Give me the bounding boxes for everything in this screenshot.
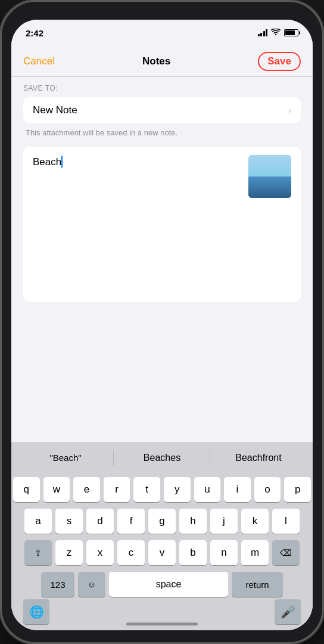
keyboard-row-2: a s d f g h j k l bbox=[13, 509, 311, 534]
key-z[interactable]: z bbox=[55, 540, 83, 565]
wifi-icon bbox=[271, 28, 281, 38]
keyboard: q w e r t y u i o p a s d f g bbox=[11, 472, 313, 599]
delete-key[interactable]: ⌫ bbox=[272, 540, 300, 565]
phone-frame: 2:42 bbox=[0, 0, 324, 644]
bottom-bar: 🌐 🎤 bbox=[11, 599, 313, 630]
key-t[interactable]: t bbox=[133, 477, 160, 502]
keyboard-row-1: q w e r t y u i o p bbox=[13, 477, 311, 502]
save-to-label: SAVE TO: bbox=[23, 84, 301, 92]
key-n[interactable]: n bbox=[210, 540, 238, 565]
save-button[interactable]: Save bbox=[258, 52, 301, 71]
key-h[interactable]: h bbox=[179, 509, 207, 534]
autocorrect-option-3[interactable]: Beachfront bbox=[210, 448, 307, 468]
note-area[interactable]: Beach bbox=[23, 147, 301, 302]
key-l[interactable]: l bbox=[272, 509, 300, 534]
key-q[interactable]: q bbox=[13, 477, 40, 502]
key-x[interactable]: x bbox=[86, 540, 114, 565]
save-to-row[interactable]: New Note › bbox=[23, 97, 301, 123]
keyboard-row-3: ⇧ z x c v b n m ⌫ bbox=[13, 540, 311, 565]
signal-icon bbox=[258, 29, 268, 36]
key-k[interactable]: k bbox=[241, 509, 269, 534]
key-c[interactable]: c bbox=[117, 540, 145, 565]
key-r[interactable]: r bbox=[104, 477, 130, 502]
numbers-key[interactable]: 123 bbox=[41, 572, 74, 597]
key-j[interactable]: j bbox=[210, 509, 238, 534]
battery-icon bbox=[284, 29, 298, 36]
save-to-section: SAVE TO: New Note › This attachment will… bbox=[11, 77, 313, 147]
key-y[interactable]: y bbox=[164, 477, 191, 502]
key-d[interactable]: d bbox=[86, 509, 114, 534]
chevron-right-icon: › bbox=[288, 105, 291, 116]
status-time: 2:42 bbox=[26, 28, 43, 38]
key-b[interactable]: b bbox=[179, 540, 207, 565]
key-f[interactable]: f bbox=[117, 509, 145, 534]
key-m[interactable]: m bbox=[241, 540, 269, 565]
keyboard-row-4: 123 ☺ space return bbox=[13, 572, 311, 597]
key-u[interactable]: u bbox=[194, 477, 221, 502]
note-text[interactable]: Beach bbox=[33, 155, 242, 293]
note-text-content: Beach bbox=[33, 156, 61, 168]
autocorrect-option-1[interactable]: "Beach" bbox=[17, 448, 114, 467]
shift-key[interactable]: ⇧ bbox=[24, 540, 52, 565]
autocorrect-option-2[interactable]: Beaches bbox=[114, 448, 210, 468]
home-indicator bbox=[126, 623, 198, 626]
key-p[interactable]: p bbox=[284, 477, 311, 502]
globe-key[interactable]: 🌐 bbox=[23, 599, 49, 624]
status-bar: 2:42 bbox=[11, 20, 313, 46]
nav-bar: Cancel Notes Save bbox=[11, 46, 313, 77]
notch bbox=[123, 2, 201, 18]
note-attachment-image bbox=[248, 155, 291, 198]
key-a[interactable]: a bbox=[24, 509, 52, 534]
cancel-button[interactable]: Cancel bbox=[23, 55, 55, 67]
text-cursor bbox=[61, 156, 63, 168]
key-s[interactable]: s bbox=[55, 509, 83, 534]
key-e[interactable]: e bbox=[73, 477, 100, 502]
key-w[interactable]: w bbox=[43, 477, 70, 502]
save-destination-text: New Note bbox=[33, 104, 77, 116]
key-i[interactable]: i bbox=[224, 477, 251, 502]
autocorrect-bar: "Beach" Beaches Beachfront bbox=[11, 442, 313, 472]
emoji-key[interactable]: ☺ bbox=[78, 572, 105, 597]
key-v[interactable]: v bbox=[148, 540, 176, 565]
phone-screen: 2:42 bbox=[11, 20, 313, 630]
key-g[interactable]: g bbox=[148, 509, 176, 534]
save-to-hint: This attachment will be saved in a new n… bbox=[23, 128, 301, 137]
status-icons bbox=[258, 28, 299, 38]
nav-title: Notes bbox=[142, 55, 170, 67]
key-o[interactable]: o bbox=[254, 477, 281, 502]
return-key[interactable]: return bbox=[232, 572, 283, 597]
space-key[interactable]: space bbox=[109, 572, 228, 597]
main-content: SAVE TO: New Note › This attachment will… bbox=[11, 77, 313, 630]
mic-key[interactable]: 🎤 bbox=[275, 599, 301, 624]
